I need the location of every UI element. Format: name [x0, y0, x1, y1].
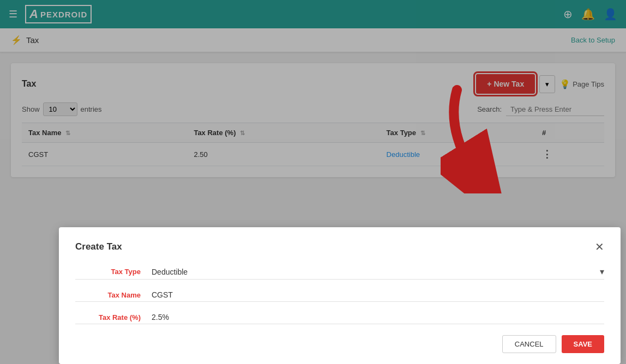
modal-overlay: Create Tax ✕ Tax Type Deductible Non-Ded… — [0, 0, 626, 188]
